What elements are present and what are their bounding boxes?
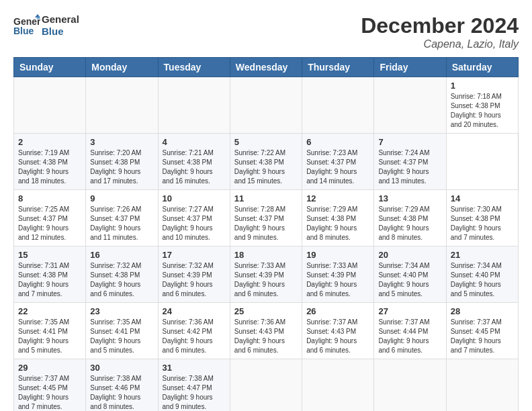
day-info: Sunrise: 7:32 AMSunset: 4:39 PMDaylight:… [163,261,226,299]
day-info: Sunrise: 7:28 AMSunset: 4:37 PMDaylight:… [234,205,298,242]
day-number: 26 [306,306,369,316]
calendar-day: 10 Sunrise: 7:27 AMSunset: 4:37 PMDaylig… [158,190,230,246]
calendar-day: 9 Sunrise: 7:26 AMSunset: 4:37 PMDayligh… [86,190,158,246]
day-info: Sunrise: 7:20 AMSunset: 4:38 PMDaylight:… [90,148,153,186]
day-number: 27 [378,306,441,316]
day-info: Sunrise: 7:37 AMSunset: 4:45 PMDaylight:… [451,318,514,355]
calendar-day [302,359,374,412]
logo-blue: Blue [42,26,79,38]
day-info: Sunrise: 7:34 AMSunset: 4:40 PMDaylight:… [378,261,441,299]
day-info: Sunrise: 7:19 AMSunset: 4:38 PMDaylight:… [18,148,81,186]
calendar-week-4: 15 Sunrise: 7:31 AMSunset: 4:38 PMDaylig… [14,246,519,303]
calendar-day: 21 Sunrise: 7:34 AMSunset: 4:40 PMDaylig… [446,246,518,303]
calendar-day: 18 Sunrise: 7:33 AMSunset: 4:39 PMDaylig… [230,246,302,303]
day-header-friday: Friday [374,58,446,77]
day-number: 15 [18,250,81,260]
calendar-day: 26 Sunrise: 7:37 AMSunset: 4:43 PMDaylig… [302,303,374,359]
day-info: Sunrise: 7:37 AMSunset: 4:44 PMDaylight:… [378,318,441,355]
calendar-day: 15 Sunrise: 7:31 AMSunset: 4:38 PMDaylig… [14,246,86,303]
calendar-body: 1 Sunrise: 7:18 AMSunset: 4:38 PMDayligh… [14,77,519,412]
day-info: Sunrise: 7:31 AMSunset: 4:38 PMDaylight:… [18,261,81,299]
calendar-day [374,359,446,412]
day-info: Sunrise: 7:22 AMSunset: 4:38 PMDaylight:… [234,148,298,186]
calendar-day: 19 Sunrise: 7:33 AMSunset: 4:39 PMDaylig… [302,246,374,303]
day-number: 9 [90,193,153,203]
day-number: 8 [18,193,81,203]
day-number: 23 [90,306,153,316]
calendar-day: 7 Sunrise: 7:24 AMSunset: 4:37 PMDayligh… [374,134,446,190]
calendar-day: 22 Sunrise: 7:35 AMSunset: 4:41 PMDaylig… [14,303,86,359]
calendar-day: 11 Sunrise: 7:28 AMSunset: 4:37 PMDaylig… [230,190,302,246]
day-number: 13 [378,193,441,203]
calendar-day: 14 Sunrise: 7:30 AMSunset: 4:38 PMDaylig… [446,190,518,246]
calendar-day: 23 Sunrise: 7:35 AMSunset: 4:41 PMDaylig… [86,303,158,359]
day-info: Sunrise: 7:34 AMSunset: 4:40 PMDaylight:… [451,261,514,299]
calendar-day: 30 Sunrise: 7:38 AMSunset: 4:46 PMDaylig… [86,359,158,412]
location: Capena, Lazio, Italy [361,38,519,50]
calendar-day: 28 Sunrise: 7:37 AMSunset: 4:45 PMDaylig… [446,303,518,359]
logo: General Blue General Blue [13,13,79,38]
day-info: Sunrise: 7:27 AMSunset: 4:37 PMDaylight:… [163,205,226,242]
day-number: 29 [18,363,81,373]
day-header-wednesday: Wednesday [230,58,302,77]
calendar-week-2: 2 Sunrise: 7:19 AMSunset: 4:38 PMDayligh… [14,134,519,190]
calendar-week-1: 1 Sunrise: 7:18 AMSunset: 4:38 PMDayligh… [14,77,519,134]
calendar-day: 12 Sunrise: 7:29 AMSunset: 4:38 PMDaylig… [302,190,374,246]
calendar-day: 8 Sunrise: 7:25 AMSunset: 4:37 PMDayligh… [14,190,86,246]
empty-cell [230,77,302,134]
calendar-day: 2 Sunrise: 7:19 AMSunset: 4:38 PMDayligh… [14,134,86,190]
calendar-week-6: 29 Sunrise: 7:37 AMSunset: 4:45 PMDaylig… [14,359,519,412]
day-info: Sunrise: 7:32 AMSunset: 4:38 PMDaylight:… [90,261,153,299]
day-number: 25 [234,306,298,316]
day-info: Sunrise: 7:33 AMSunset: 4:39 PMDaylight:… [306,261,369,299]
day-number: 31 [163,363,226,373]
calendar-day: 13 Sunrise: 7:29 AMSunset: 4:38 PMDaylig… [374,190,446,246]
calendar-day [230,359,302,412]
empty-cell [374,77,446,134]
calendar-day: 27 Sunrise: 7:37 AMSunset: 4:44 PMDaylig… [374,303,446,359]
day-number: 28 [451,306,514,316]
empty-cell [14,77,86,134]
day-info: Sunrise: 7:18 AMSunset: 4:38 PMDaylight:… [451,92,514,130]
day-number: 4 [163,137,226,147]
day-info: Sunrise: 7:36 AMSunset: 4:43 PMDaylight:… [234,318,298,355]
calendar-day: 3 Sunrise: 7:20 AMSunset: 4:38 PMDayligh… [86,134,158,190]
day-header-sunday: Sunday [14,58,86,77]
day-number: 6 [306,137,369,147]
day-info: Sunrise: 7:25 AMSunset: 4:37 PMDaylight:… [18,205,81,242]
calendar-day: 4 Sunrise: 7:21 AMSunset: 4:38 PMDayligh… [158,134,230,190]
day-info: Sunrise: 7:37 AMSunset: 4:43 PMDaylight:… [306,318,369,355]
day-number: 12 [306,193,369,203]
day-info: Sunrise: 7:30 AMSunset: 4:38 PMDaylight:… [451,205,514,242]
day-header-saturday: Saturday [446,58,518,77]
day-info: Sunrise: 7:36 AMSunset: 4:42 PMDaylight:… [163,318,226,355]
day-number: 17 [163,250,226,260]
day-info: Sunrise: 7:33 AMSunset: 4:39 PMDaylight:… [234,261,298,299]
day-info: Sunrise: 7:26 AMSunset: 4:37 PMDaylight:… [90,205,153,242]
calendar-day: 5 Sunrise: 7:22 AMSunset: 4:38 PMDayligh… [230,134,302,190]
calendar-day: 17 Sunrise: 7:32 AMSunset: 4:39 PMDaylig… [158,246,230,303]
logo-icon: General Blue [13,14,40,38]
calendar-day: 20 Sunrise: 7:34 AMSunset: 4:40 PMDaylig… [374,246,446,303]
title-block: December 2024 Capena, Lazio, Italy [361,13,519,50]
day-number: 22 [18,306,81,316]
day-number: 16 [90,250,153,260]
day-info: Sunrise: 7:24 AMSunset: 4:37 PMDaylight:… [378,148,441,186]
logo-general: General [42,13,79,26]
svg-text:Blue: Blue [13,26,34,36]
calendar-day: 31 Sunrise: 7:38 AMSunset: 4:47 PMDaylig… [158,359,230,412]
day-number: 10 [163,193,226,203]
day-info: Sunrise: 7:29 AMSunset: 4:38 PMDaylight:… [306,205,369,242]
day-number: 30 [90,363,153,373]
day-number: 3 [90,137,153,147]
day-number: 20 [378,250,441,260]
calendar-header-row: SundayMondayTuesdayWednesdayThursdayFrid… [14,58,519,77]
day-info: Sunrise: 7:35 AMSunset: 4:41 PMDaylight:… [90,318,153,355]
day-info: Sunrise: 7:38 AMSunset: 4:46 PMDaylight:… [90,374,153,411]
day-info: Sunrise: 7:35 AMSunset: 4:41 PMDaylight:… [18,318,81,355]
day-number: 19 [306,250,369,260]
day-header-thursday: Thursday [302,58,374,77]
day-number: 21 [451,250,514,260]
day-number: 1 [451,81,514,91]
empty-cell [158,77,230,134]
